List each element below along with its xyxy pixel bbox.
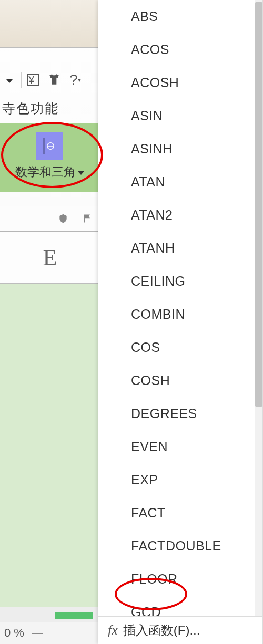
- menu-item-acosh[interactable]: ACOSH: [98, 66, 262, 99]
- secondary-toolbar: [0, 206, 98, 231]
- function-list: ABS ACOS ACOSH ASIN ASINH ATAN ATAN2 ATA…: [98, 0, 262, 616]
- insert-function-label: 插入函数(F)...: [123, 622, 200, 639]
- math-trig-label: 数学和三角: [15, 164, 76, 180]
- menu-item-atan[interactable]: ATAN: [98, 165, 262, 199]
- gridline: [0, 556, 100, 556]
- menu-item-abs[interactable]: ABS: [98, 0, 262, 33]
- menu-item-combin[interactable]: COMBIN: [98, 298, 262, 331]
- spreadsheet-area[interactable]: E: [0, 231, 100, 644]
- gridline: [0, 346, 100, 346]
- menu-item-factdouble[interactable]: FACTDOUBLE: [98, 529, 262, 563]
- menu-item-fact[interactable]: FACT: [98, 496, 262, 529]
- gridline: [0, 409, 100, 409]
- flag-icon[interactable]: [81, 212, 94, 225]
- menu-item-cos[interactable]: COS: [98, 331, 262, 364]
- shield-icon[interactable]: [57, 212, 69, 225]
- menu-item-floor[interactable]: FLOOR: [98, 563, 262, 596]
- toolbar-separator: [21, 72, 22, 88]
- gridline: [0, 472, 100, 472]
- gridline: [0, 388, 100, 388]
- ribbon-tab-label[interactable]: 寺色功能: [0, 100, 100, 121]
- menu-item-asinh[interactable]: ASINH: [98, 132, 262, 165]
- help-icon[interactable]: ?▾: [66, 70, 85, 89]
- gridline: [0, 325, 100, 325]
- insert-function-item[interactable]: fx 插入函数(F)...: [98, 616, 262, 644]
- menu-item-even[interactable]: EVEN: [98, 430, 262, 463]
- menu-item-ceiling[interactable]: CEILING: [98, 265, 262, 298]
- gridline: [0, 493, 100, 493]
- menu-item-acos[interactable]: ACOS: [98, 33, 262, 66]
- menu-item-atanh[interactable]: ATANH: [98, 232, 262, 265]
- math-trig-icon: [36, 132, 63, 160]
- toolbar-dropdown-icon[interactable]: [0, 70, 19, 89]
- zoom-minus-icon[interactable]: —: [32, 626, 43, 640]
- status-bar: 0 % —: [0, 622, 100, 644]
- math-trig-dropdown[interactable]: 数学和三角: [3, 130, 96, 185]
- currency-icon[interactable]: ¥: [24, 70, 43, 89]
- gridline: [0, 577, 100, 577]
- zoom-label[interactable]: 0 %: [4, 626, 24, 640]
- menu-scrollbar-thumb[interactable]: [255, 2, 262, 407]
- chevron-down-icon: [78, 171, 84, 175]
- menu-item-gcd[interactable]: GCD: [98, 596, 262, 616]
- gridline: [0, 430, 100, 430]
- menu-item-degrees[interactable]: DEGREES: [98, 397, 262, 430]
- menu-item-asin[interactable]: ASIN: [98, 99, 262, 132]
- menu-item-atan2[interactable]: ATAN2: [98, 199, 262, 232]
- function-dropdown-menu: ABS ACOS ACOSH ASIN ASINH ATAN ATAN2 ATA…: [98, 0, 263, 644]
- horizontal-scrollbar-thumb[interactable]: [55, 612, 93, 619]
- column-header[interactable]: E: [0, 232, 100, 284]
- gridline: [0, 514, 100, 514]
- gridline: [0, 304, 100, 304]
- gridline: [0, 535, 100, 535]
- menu-scrollbar[interactable]: [255, 0, 262, 616]
- menu-item-cosh[interactable]: COSH: [98, 364, 262, 397]
- fx-icon: fx: [108, 622, 118, 638]
- quick-toolbar: ¥ ?▾: [0, 67, 98, 92]
- svg-text:¥: ¥: [28, 74, 34, 86]
- desktop-strip: [0, 0, 98, 48]
- gridline: [0, 367, 100, 367]
- menu-item-exp[interactable]: EXP: [98, 463, 262, 496]
- shirt-icon[interactable]: [45, 70, 64, 89]
- gridline: [0, 451, 100, 451]
